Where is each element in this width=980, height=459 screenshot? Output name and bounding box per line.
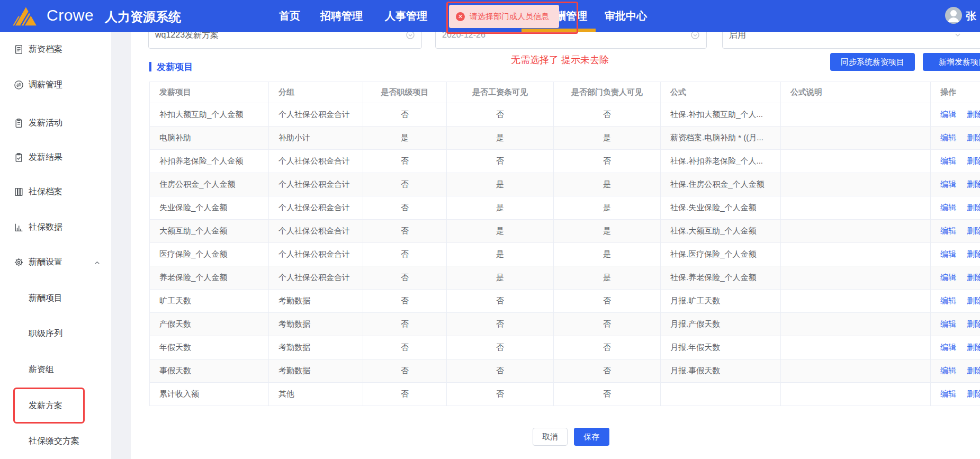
table-cell: 月报.事假天数 — [661, 359, 781, 383]
table-cell-actions: 编辑删除 — [931, 173, 980, 196]
add-pay-item-button[interactable]: 新增发薪项目 — [923, 53, 980, 71]
user-avatar[interactable] — [945, 7, 962, 24]
save-button[interactable]: 保存 — [574, 428, 609, 446]
table-cell: 是 — [554, 127, 661, 150]
edit-link[interactable]: 编辑 — [940, 366, 956, 375]
table-cell: 薪资档案.电脑补助 * ((月... — [661, 127, 781, 150]
toast-message: 请选择部门或人员信息 — [470, 12, 549, 22]
table-cell: 考勤数据 — [269, 336, 363, 359]
delete-link[interactable]: 删除 — [967, 203, 980, 212]
edit-link[interactable]: 编辑 — [940, 319, 956, 328]
sidebar-item[interactable]: 薪酬项目 — [0, 287, 111, 309]
cancel-button[interactable]: 取消 — [533, 428, 568, 446]
edit-link[interactable]: 编辑 — [940, 203, 956, 212]
sidebar-item-label: 发薪结果 — [29, 152, 62, 163]
gear-icon — [14, 257, 24, 267]
table-cell: 个人社保公积金合计 — [269, 196, 363, 220]
nav-item[interactable]: 首页 — [279, 9, 300, 23]
table-cell: 补扣养老保险_个人金额 — [150, 150, 269, 173]
delete-link[interactable]: 删除 — [967, 296, 980, 305]
table-cell: 是 — [554, 266, 661, 290]
table-cell — [781, 266, 931, 290]
document-icon — [14, 44, 24, 55]
table-cell: 否 — [554, 150, 661, 173]
user-name[interactable]: 张 — [966, 9, 976, 23]
column-header: 发薪项目 — [150, 82, 269, 103]
table-cell — [781, 127, 931, 150]
table-cell — [781, 103, 931, 127]
sidebar-item[interactable]: 发薪活动 — [0, 112, 111, 133]
sidebar-item[interactable]: 薪资档案 — [0, 39, 111, 60]
delete-link[interactable]: 删除 — [967, 366, 980, 375]
table-row: 补扣大额互助_个人金额个人社保公积金合计否否否社保.补扣大额互助_个人...编辑… — [150, 103, 980, 127]
delete-link[interactable]: 删除 — [967, 249, 980, 258]
delete-link[interactable]: 删除 — [967, 156, 980, 165]
edit-link[interactable]: 编辑 — [940, 343, 956, 352]
edit-link[interactable]: 编辑 — [940, 156, 956, 165]
table-cell: 否 — [363, 359, 447, 383]
sidebar-item[interactable]: 职级序列 — [0, 323, 111, 344]
delete-link[interactable]: 删除 — [967, 273, 980, 282]
edit-link[interactable]: 编辑 — [940, 226, 956, 235]
table-cell: 否 — [447, 383, 554, 406]
edit-link[interactable]: 编辑 — [940, 249, 956, 258]
sidebar-item[interactable]: 发薪结果 — [0, 147, 111, 168]
table-cell — [781, 220, 931, 243]
delete-link[interactable]: 删除 — [967, 389, 980, 398]
table-cell — [781, 243, 931, 266]
table-cell-actions: 编辑删除 — [931, 266, 980, 290]
sync-salary-items-button[interactable]: 同步系统薪资项目 — [830, 53, 915, 71]
delete-link[interactable]: 删除 — [967, 133, 980, 142]
table-row: 医疗保险_个人金额个人社保公积金合计否是是社保.医疗保险_个人金额编辑删除 — [150, 243, 980, 266]
table-cell: 医疗保险_个人金额 — [150, 243, 269, 266]
clipboard-check-icon — [14, 152, 24, 163]
table-cell: 社保.失业保险_个人金额 — [661, 196, 781, 220]
delete-link[interactable]: 删除 — [967, 179, 980, 188]
table-cell — [781, 359, 931, 383]
delete-link[interactable]: 删除 — [967, 110, 980, 119]
table-cell: 否 — [363, 336, 447, 359]
table-cell-actions: 编辑删除 — [931, 243, 980, 266]
table-header-row: 发薪项目分组是否职级项目是否工资条可见是否部门负责人可见公式公式说明操作 — [150, 82, 980, 103]
edit-link[interactable]: 编辑 — [940, 133, 956, 142]
delete-link[interactable]: 删除 — [967, 226, 980, 235]
table-cell-actions: 编辑删除 — [931, 220, 980, 243]
nav-item[interactable]: 招聘管理 — [320, 9, 363, 23]
table-cell: 否 — [363, 173, 447, 196]
archive-icon — [14, 187, 24, 197]
sidebar-item[interactable]: 薪酬设置 — [0, 251, 111, 273]
edit-link[interactable]: 编辑 — [940, 110, 956, 119]
sidebar-item-label: 薪资档案 — [29, 44, 62, 55]
sidebar-item[interactable]: 社保数据 — [0, 217, 111, 238]
table-cell: 否 — [363, 266, 447, 290]
edit-link[interactable]: 编辑 — [940, 179, 956, 188]
table-cell: 考勤数据 — [269, 313, 363, 336]
table-cell — [781, 383, 931, 406]
table-cell: 是 — [447, 266, 554, 290]
edit-link[interactable]: 编辑 — [940, 389, 956, 398]
table-cell: 否 — [447, 313, 554, 336]
delete-link[interactable]: 删除 — [967, 319, 980, 328]
table-cell: 否 — [554, 103, 661, 127]
sidebar-item[interactable]: 调薪管理 — [0, 74, 111, 95]
edit-link[interactable]: 编辑 — [940, 296, 956, 305]
table-cell: 否 — [363, 383, 447, 406]
edit-link[interactable]: 编辑 — [940, 273, 956, 282]
column-header: 操作 — [931, 82, 980, 103]
table-row: 补扣养老保险_个人金额个人社保公积金合计否否否社保.补扣养老保险_个人...编辑… — [150, 150, 980, 173]
sidebar-item[interactable]: 社保档案 — [0, 181, 111, 202]
table-cell: 是 — [447, 173, 554, 196]
delete-link[interactable]: 删除 — [967, 343, 980, 352]
table-row: 住房公积金_个人金额个人社保公积金合计否是是社保.住房公积金_个人金额编辑删除 — [150, 173, 980, 196]
nav-item[interactable]: 人事管理 — [385, 9, 427, 23]
sidebar-item-current[interactable]: 发薪方案 — [0, 395, 111, 416]
sidebar-item[interactable]: 社保缴交方案 — [0, 430, 111, 452]
table-cell: 是 — [363, 127, 447, 150]
table-cell: 是 — [554, 173, 661, 196]
table-cell-actions: 编辑删除 — [931, 383, 980, 406]
sidebar-item[interactable]: 薪资组 — [0, 359, 111, 380]
error-circle-icon: ✕ — [456, 12, 465, 21]
nav-item[interactable]: 审批中心 — [605, 9, 647, 23]
table-cell: 是 — [554, 243, 661, 266]
sidebar: 薪资档案调薪管理发薪活动发薪结果社保档案社保数据薪酬设置薪酬项目职级序列薪资组发… — [0, 32, 111, 459]
